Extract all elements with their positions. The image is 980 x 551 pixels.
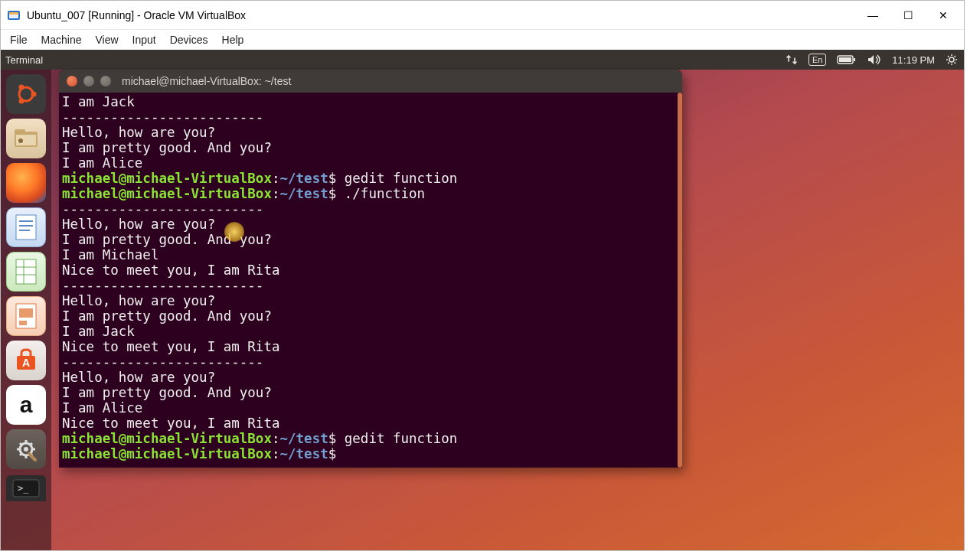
svg-point-8 [31, 92, 37, 97]
vbox-app-icon [7, 8, 21, 22]
terminal-output-line: I am Alice [62, 400, 679, 416]
launcher-libreoffice-writer[interactable] [6, 207, 46, 247]
svg-point-29 [24, 447, 28, 452]
terminal-output-line: I am pretty good. And you? [62, 140, 679, 155]
terminal-close-button[interactable] [67, 76, 77, 86]
vbox-maximize-button[interactable]: ☐ [890, 4, 926, 27]
launcher-amazon[interactable]: a [6, 385, 46, 425]
terminal-output-line: ------------------------- [62, 201, 679, 217]
terminal-prompt-line: michael@michael-VirtualBox:~/test$ [62, 446, 679, 461]
vbox-titlebar[interactable]: Ubuntu_007 [Running] - Oracle VM Virtual… [1, 1, 964, 30]
svg-point-9 [19, 85, 24, 90]
vbox-menu-file[interactable]: File [4, 32, 34, 47]
terminal-output-line: Hello, how are you? [62, 370, 679, 385]
svg-text:>_: >_ [18, 483, 29, 494]
launcher-libreoffice-impress[interactable] [6, 296, 46, 336]
launcher-dash[interactable] [6, 74, 46, 114]
terminal-prompt-line: michael@michael-VirtualBox:~/test$ gedit… [62, 171, 679, 186]
terminal-output-line: I am pretty good. And you? [62, 385, 679, 400]
svg-rect-4 [854, 58, 855, 61]
launcher-system-settings[interactable] [6, 429, 46, 469]
clock[interactable]: 11:19 PM [892, 54, 935, 66]
vbox-close-button[interactable]: ✕ [926, 4, 961, 27]
terminal-output-line: Hello, how are you? [62, 217, 679, 232]
keyboard-lang-indicator[interactable]: En [808, 54, 826, 66]
terminal-output-line: I am pretty good. And you? [62, 308, 679, 324]
battery-icon[interactable] [837, 54, 857, 65]
svg-rect-24 [19, 308, 33, 318]
svg-rect-25 [19, 321, 27, 325]
terminal-maximize-button[interactable] [100, 76, 111, 86]
terminal-scrollbar[interactable] [678, 93, 682, 468]
terminal-output-line: I am Alice [62, 155, 679, 171]
launcher-ubuntu-software[interactable]: A [6, 341, 46, 380]
svg-rect-5 [839, 57, 851, 62]
terminal-prompt-line: michael@michael-VirtualBox:~/test$ ./fun… [62, 186, 679, 201]
vbox-minimize-button[interactable]: — [855, 4, 890, 27]
svg-rect-15 [16, 215, 36, 240]
vbox-menu-help[interactable]: Help [216, 32, 250, 47]
terminal-output-line: Nice to meet you, I am Rita [62, 262, 679, 278]
svg-text:A: A [22, 357, 30, 369]
launcher-files[interactable] [6, 119, 46, 158]
svg-rect-12 [15, 129, 25, 134]
system-tray: En 11:19 PM [786, 54, 958, 66]
gear-icon[interactable] [946, 54, 958, 66]
svg-point-14 [18, 139, 23, 143]
terminal-output-line: ------------------------- [62, 354, 679, 370]
vbox-menu-input[interactable]: Input [126, 32, 162, 47]
vbox-menu-devices[interactable]: Devices [164, 32, 214, 47]
terminal-output-line: ------------------------- [62, 278, 679, 293]
amazon-a-letter: a [20, 392, 33, 418]
terminal-prompt-line: michael@michael-VirtualBox:~/test$ gedit… [62, 431, 679, 446]
launcher-libreoffice-calc[interactable] [6, 252, 46, 292]
svg-rect-2 [9, 12, 18, 15]
network-icon[interactable] [786, 54, 798, 65]
launcher-terminal[interactable]: >_ [6, 475, 46, 501]
terminal-output-line: Nice to meet you, I am Rita [62, 416, 679, 431]
svg-point-6 [949, 57, 954, 62]
vbox-menubar: File Machine View Input Devices Help [1, 30, 964, 50]
terminal-output-line: Nice to meet you, I am Rita [62, 339, 679, 354]
sound-icon[interactable] [867, 54, 881, 65]
terminal-output-line: I am Jack [62, 94, 679, 109]
terminal-output-line: Hello, how are you? [62, 125, 679, 140]
unity-launcher: A a >_ [1, 70, 51, 550]
terminal-output-line: Hello, how are you? [62, 293, 679, 308]
terminal-minimize-button[interactable] [83, 76, 94, 86]
svg-rect-19 [16, 259, 36, 284]
vbox-menu-machine[interactable]: Machine [35, 32, 88, 47]
terminal-output-line: I am Michael [62, 247, 679, 262]
launcher-firefox[interactable] [6, 163, 46, 203]
vbox-menu-view[interactable]: View [89, 32, 124, 47]
terminal-body[interactable]: I am Jack-------------------------Hello,… [59, 93, 682, 468]
terminal-window[interactable]: michael@michael-VirtualBox: ~/test I am … [59, 70, 682, 468]
ubuntu-desktop: Terminal En 11:19 PM [1, 50, 964, 550]
panel-active-app[interactable]: Terminal [5, 54, 43, 66]
virtualbox-window: Ubuntu_007 [Running] - Oracle VM Virtual… [0, 0, 965, 551]
terminal-output-line: I am Jack [62, 324, 679, 339]
terminal-title: michael@michael-VirtualBox: ~/test [122, 75, 291, 87]
vbox-title: Ubuntu_007 [Running] - Oracle VM Virtual… [27, 9, 855, 21]
terminal-output-line: ------------------------- [62, 109, 679, 125]
svg-point-10 [19, 99, 24, 104]
ubuntu-top-panel: Terminal En 11:19 PM [1, 50, 964, 70]
terminal-titlebar[interactable]: michael@michael-VirtualBox: ~/test [59, 70, 682, 93]
terminal-output-line: I am pretty good. And you? [62, 232, 679, 247]
